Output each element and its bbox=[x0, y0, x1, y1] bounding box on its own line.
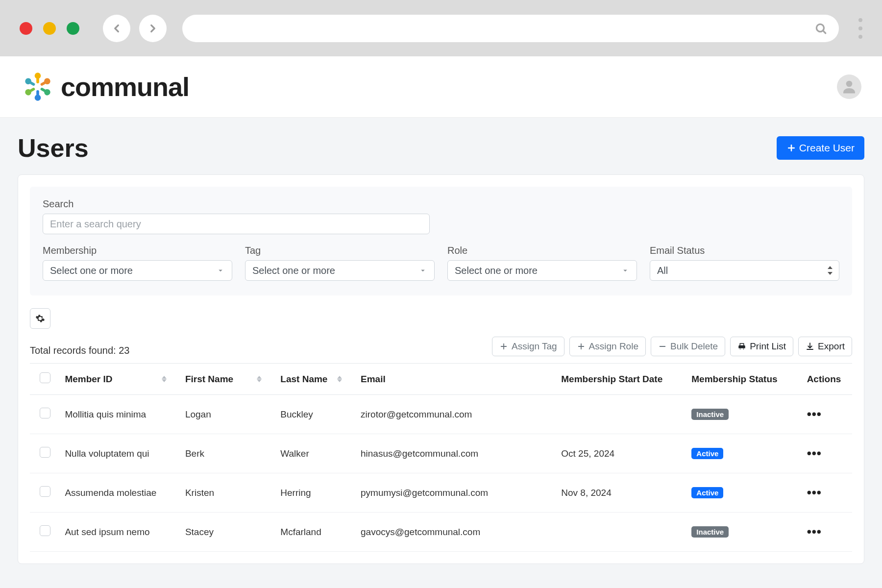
cell-email: gavocys@getcommunal.com bbox=[356, 513, 556, 552]
col-header-email[interactable]: Email bbox=[356, 364, 556, 395]
chevron-down-icon bbox=[216, 266, 225, 275]
membership-filter-placeholder: Select one or more bbox=[50, 265, 133, 276]
chevron-down-icon bbox=[418, 266, 427, 275]
row-actions-menu[interactable]: ••• bbox=[807, 407, 822, 421]
print-list-button[interactable]: Print List bbox=[730, 337, 793, 356]
cell-start-date bbox=[556, 395, 686, 434]
table-row: Nulla voluptatem quiBerkWalkerhinasus@ge… bbox=[30, 434, 852, 473]
row-actions-menu[interactable]: ••• bbox=[807, 485, 822, 500]
cell-last-name: Buckley bbox=[275, 395, 356, 434]
assign-tag-button[interactable]: Assign Tag bbox=[492, 337, 564, 356]
cell-email: hinasus@getcommunal.com bbox=[356, 434, 556, 473]
person-icon bbox=[840, 78, 858, 96]
create-user-button[interactable]: Create User bbox=[777, 136, 864, 160]
status-badge: Active bbox=[691, 487, 723, 498]
chevron-down-icon bbox=[621, 266, 630, 275]
records-count: 23 bbox=[119, 345, 129, 356]
membership-filter-select[interactable]: Select one or more bbox=[43, 260, 232, 281]
email-status-filter-label: Email Status bbox=[650, 245, 839, 256]
search-input[interactable] bbox=[43, 214, 430, 234]
role-filter-label: Role bbox=[447, 245, 637, 256]
cell-actions: ••• bbox=[802, 473, 852, 513]
arrow-right-icon bbox=[147, 22, 159, 35]
tag-filter-placeholder: Select one or more bbox=[252, 265, 335, 276]
cell-member-id: Mollitia quis minima bbox=[60, 395, 180, 434]
cell-actions: ••• bbox=[802, 513, 852, 552]
role-filter-select[interactable]: Select one or more bbox=[447, 260, 637, 281]
cell-start-date bbox=[556, 513, 686, 552]
row-checkbox[interactable] bbox=[40, 408, 50, 418]
search-icon bbox=[814, 22, 827, 35]
print-icon bbox=[737, 342, 746, 351]
email-status-selected: All bbox=[657, 265, 668, 276]
row-checkbox[interactable] bbox=[40, 486, 50, 497]
select-all-checkbox[interactable] bbox=[40, 372, 50, 383]
download-icon bbox=[806, 342, 814, 351]
records-found: Total records found: 23 bbox=[30, 345, 129, 356]
users-table: Member ID First Name Last Name Email Mem… bbox=[30, 363, 852, 552]
col-header-status[interactable]: Membership Status bbox=[686, 364, 802, 395]
plus-icon bbox=[499, 342, 508, 351]
brand[interactable]: communal bbox=[21, 70, 189, 104]
sort-icon bbox=[257, 376, 262, 382]
brand-name: communal bbox=[61, 72, 189, 102]
window-maximize-button[interactable] bbox=[67, 22, 79, 35]
gear-icon bbox=[35, 314, 45, 323]
table-toolbar: Total records found: 23 Assign Tag Assig… bbox=[30, 308, 852, 356]
bulk-action-buttons: Assign Tag Assign Role Bulk Delete Print… bbox=[492, 337, 852, 356]
sort-icon bbox=[162, 376, 167, 382]
cell-first-name: Berk bbox=[180, 434, 275, 473]
cell-member-id: Assumenda molestiae bbox=[60, 473, 180, 513]
window-close-button[interactable] bbox=[20, 22, 32, 35]
window-controls bbox=[20, 22, 79, 35]
browser-menu-button[interactable] bbox=[858, 18, 862, 39]
assign-role-button[interactable]: Assign Role bbox=[569, 337, 646, 356]
user-avatar[interactable] bbox=[837, 74, 861, 99]
col-header-last-name[interactable]: Last Name bbox=[275, 364, 356, 395]
export-button[interactable]: Export bbox=[798, 337, 852, 356]
search-label: Search bbox=[43, 198, 839, 210]
cell-last-name: Herring bbox=[275, 473, 356, 513]
cell-member-id: Nulla voluptatem qui bbox=[60, 434, 180, 473]
cell-member-id: Aut sed ipsum nemo bbox=[60, 513, 180, 552]
cell-actions: ••• bbox=[802, 395, 852, 434]
row-checkbox[interactable] bbox=[40, 447, 50, 458]
cell-start-date: Oct 25, 2024 bbox=[556, 434, 686, 473]
arrow-left-icon bbox=[110, 22, 123, 35]
browser-url-bar[interactable] bbox=[182, 15, 839, 42]
tag-filter-label: Tag bbox=[245, 245, 435, 256]
row-actions-menu[interactable]: ••• bbox=[807, 524, 822, 539]
table-settings-button[interactable] bbox=[30, 308, 50, 329]
bulk-delete-label: Bulk Delete bbox=[670, 341, 718, 352]
status-badge: Inactive bbox=[691, 526, 729, 538]
cell-status: Inactive bbox=[686, 395, 802, 434]
row-actions-menu[interactable]: ••• bbox=[807, 446, 822, 461]
create-user-label: Create User bbox=[799, 142, 855, 154]
col-header-first-name[interactable]: First Name bbox=[180, 364, 275, 395]
cell-actions: ••• bbox=[802, 434, 852, 473]
row-checkbox[interactable] bbox=[40, 525, 50, 536]
app-header: communal bbox=[0, 56, 882, 118]
bulk-delete-button[interactable]: Bulk Delete bbox=[651, 337, 725, 356]
browser-forward-button[interactable] bbox=[139, 15, 167, 42]
page-head: Users Create User bbox=[18, 133, 864, 163]
page-title: Users bbox=[18, 133, 89, 163]
cell-start-date: Nov 8, 2024 bbox=[556, 473, 686, 513]
print-list-label: Print List bbox=[750, 341, 786, 352]
minus-icon bbox=[658, 342, 667, 351]
col-header-member-id[interactable]: Member ID bbox=[60, 364, 180, 395]
cell-status: Active bbox=[686, 434, 802, 473]
email-status-filter-select[interactable]: All bbox=[650, 260, 839, 281]
sort-icon bbox=[337, 376, 342, 382]
cell-last-name: Walker bbox=[275, 434, 356, 473]
cell-first-name: Logan bbox=[180, 395, 275, 434]
users-card: Search Membership Select one or more Tag… bbox=[18, 174, 864, 564]
table-row: Mollitia quis minimaLoganBuckleyzirotor@… bbox=[30, 395, 852, 434]
col-header-start-date[interactable]: Membership Start Date bbox=[556, 364, 686, 395]
window-minimize-button[interactable] bbox=[43, 22, 56, 35]
col-header-actions: Actions bbox=[802, 364, 852, 395]
browser-back-button[interactable] bbox=[103, 15, 130, 42]
cell-first-name: Kristen bbox=[180, 473, 275, 513]
tag-filter-select[interactable]: Select one or more bbox=[245, 260, 435, 281]
cell-email: pymumysi@getcommunal.com bbox=[356, 473, 556, 513]
